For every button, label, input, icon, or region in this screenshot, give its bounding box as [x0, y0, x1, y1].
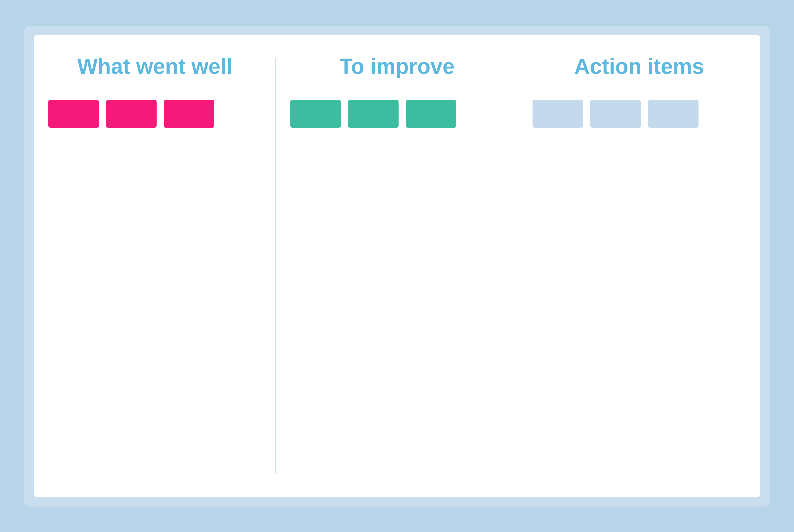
cards-row-teal [290, 100, 456, 128]
card-teal-1[interactable] [290, 100, 341, 128]
column-to-improve: To improve [276, 35, 518, 497]
column-what-went-well: What went well [34, 35, 276, 497]
retrospective-board: What went well To improve Action items [34, 35, 760, 497]
column-title-action-items: Action items [533, 55, 746, 78]
outer-border: What went well To improve Action items [24, 26, 770, 507]
card-blue-3[interactable] [648, 100, 699, 128]
card-blue-2[interactable] [590, 100, 641, 128]
column-title-what-went-well: What went well [48, 55, 262, 78]
cards-row-pink [48, 100, 214, 128]
card-teal-3[interactable] [406, 100, 456, 128]
card-pink-1[interactable] [48, 100, 99, 128]
card-blue-1[interactable] [533, 100, 583, 128]
card-pink-2[interactable] [106, 100, 156, 128]
column-action-items: Action items [518, 35, 760, 497]
card-teal-2[interactable] [348, 100, 399, 128]
card-pink-3[interactable] [164, 100, 214, 128]
cards-row-blue [533, 100, 699, 128]
column-title-to-improve: To improve [290, 55, 504, 78]
